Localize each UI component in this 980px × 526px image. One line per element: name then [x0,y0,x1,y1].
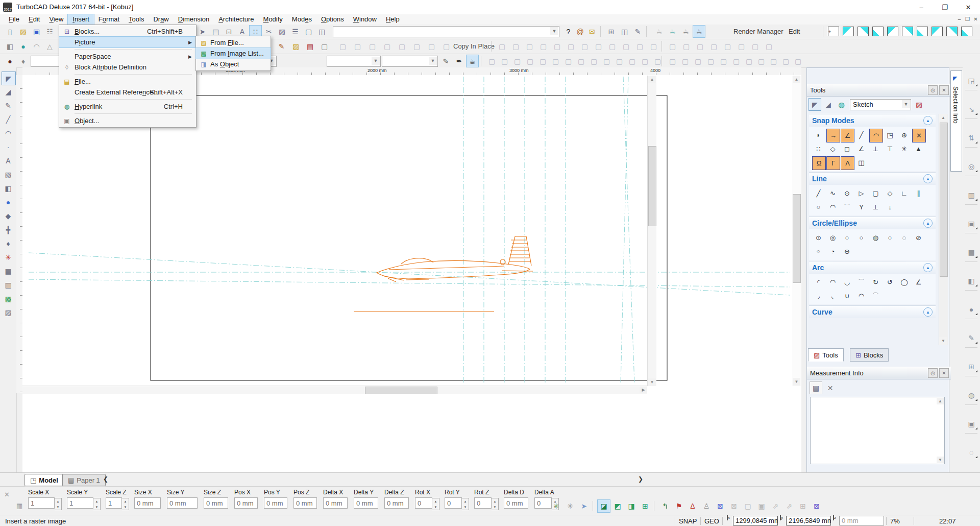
copy-in-place-label[interactable]: Copy In Place [453,42,495,50]
circle-tan-3-icon[interactable]: ◌ [898,231,911,244]
flag-tool-icon[interactable]: ⚑ [673,500,685,512]
close-icon[interactable]: ✕ [939,368,949,378]
draw-wave-icon[interactable]: ▢ [550,55,561,67]
dim-tri-icon[interactable]: ▢ [634,40,646,52]
dim-pen-icon[interactable]: ▢ [648,40,659,52]
box-3d-icon[interactable]: ◧ [4,40,16,52]
new-file-icon[interactable]: ▯ [4,26,16,37]
collapse-chevron-icon[interactable]: ▲ [923,174,933,183]
window-tile-icon[interactable]: ◫ [316,26,328,37]
section-header-snap-modes[interactable]: Snap Modes▲ [809,114,936,127]
no-snap-icon[interactable]: → [826,129,840,142]
field-input[interactable]: 1 [28,497,55,509]
polygon-icon[interactable]: ▷ [855,187,868,200]
sphere-tool-icon[interactable]: ● [2,196,15,208]
field-input[interactable]: 0 mm [354,497,378,509]
viewport-icon[interactable]: ▢ [337,40,349,52]
arc-triple-icon[interactable]: ∪ [841,290,853,302]
field-input[interactable]: 0 mm [134,497,161,509]
nearest-snap-icon[interactable]: ◇ [826,142,839,155]
mdi-restore-button[interactable]: ❐ [964,15,971,23]
parallel-line-icon[interactable]: ∥ [912,187,925,200]
x-box-icon[interactable]: ⊠ [728,500,740,512]
snap-toggle[interactable]: SNAP [679,517,697,525]
menu-insert[interactable]: Insert [68,14,94,25]
dim-points-icon[interactable]: ▢ [524,40,535,52]
vertex-snap-icon[interactable]: ∠ [841,129,854,142]
scroll-down-icon[interactable]: ▼ [937,457,944,463]
rotated-ellipse-icon[interactable]: ◔ [826,245,839,258]
open-file-icon[interactable]: ▨ [17,26,29,37]
menu-item-hyperlink[interactable]: ◍HyperlinkCtrl+H [59,101,196,112]
scroll-down-icon[interactable]: ▼ [793,378,800,386]
spin-down-icon[interactable]: ▼ [95,506,99,509]
mouse-snap-icon[interactable]: ◗ [812,129,825,141]
hemisphere-3d-icon[interactable]: ◠ [31,40,42,52]
menu-item-object-[interactable]: ▣Object... [59,115,196,126]
arc-double-2-icon[interactable]: ◟ [826,290,839,302]
line-tool-icon[interactable]: ╱ [2,113,15,126]
curve-7-icon[interactable]: ▢ [743,55,755,67]
ellipse-icon[interactable]: ○ [812,245,825,258]
quadrant-snap-icon[interactable]: ◳ [884,129,896,141]
menu-format[interactable]: Format [94,14,124,25]
stamp-tool-icon[interactable]: ♦ [17,55,29,67]
hatch-tool-icon[interactable]: ▨ [2,306,15,319]
spin-up-icon[interactable]: ▲ [95,500,99,503]
field-input[interactable]: 0 [474,497,492,509]
hand-toggle-icon[interactable]: ✳ [564,500,576,512]
minimize-button[interactable]: – [910,0,933,14]
section-header-circle-ellipse[interactable]: Circle/Ellipse▲ [809,217,936,229]
scrollbar-thumb[interactable] [648,146,656,226]
clear-icon[interactable]: ✕ [824,382,836,394]
submenu-item-as-object[interactable]: ◨As Object [196,59,271,69]
chevron-down-icon[interactable]: ▼ [372,57,380,65]
draw-nabla-icon[interactable]: ▢ [614,55,625,67]
arc-rotated-icon[interactable]: ◠ [855,290,868,302]
facet-f-icon[interactable]: ⊞ [639,500,651,512]
x-coordinate-field[interactable]: 1299,0845 mm [733,516,778,525]
perpendicular-line-icon[interactable]: ∟ [898,187,911,200]
add-camera-icon[interactable]: + [828,27,839,36]
circle-concentric-icon[interactable]: ◎ [826,231,839,244]
y-coordinate-field[interactable]: 2196,5849 mm [786,516,831,525]
view-iso-3-icon[interactable] [872,27,884,36]
view-iso-8-icon[interactable] [946,27,958,36]
squares-arrow-icon[interactable]: ⊞ [965,361,978,373]
viewport-2-icon[interactable]: ▢ [381,40,393,52]
view-iso-1-icon[interactable] [843,27,854,36]
menu-item-block-attribute-definition[interactable]: ◊Block Attribute Definition [59,62,196,73]
curve-6-icon[interactable]: ▢ [730,55,742,67]
submenu-item-from-image-list-[interactable]: ▩From Image List... [196,48,271,59]
corner-handle-icon[interactable]: ◲ [965,75,978,87]
arc-double-point-icon[interactable]: ◡ [841,276,853,289]
ellipse-fixed-ratio-icon[interactable]: ⊖ [841,245,853,258]
pen-plus-icon[interactable]: ✎ [276,40,287,52]
dim-circle-icon[interactable]: ▢ [537,40,549,52]
curve-4-icon[interactable]: ▢ [705,55,717,67]
field-input[interactable]: 0 mm [167,497,198,509]
return-arrow-icon[interactable]: ↰ [659,500,671,512]
collapse-chevron-icon[interactable]: ▲ [923,263,933,272]
search-combobox[interactable]: ▼ [333,26,559,37]
rotated-rectangle-icon[interactable]: ◇ [884,187,896,200]
node-tool-icon[interactable]: ▢ [736,40,747,52]
perpendicular-from-icon[interactable]: ⊥ [869,201,882,213]
menu-window[interactable]: Window [349,14,381,25]
scrollbar-thumb[interactable] [940,123,948,277]
arc-tool-icon[interactable]: ◠ [2,127,15,139]
sphere-3d-icon[interactable]: ● [17,40,29,52]
scroll-down-icon[interactable]: ▼ [648,378,656,386]
arc-123-icon[interactable]: ↻ [869,276,882,289]
curve-1-icon[interactable]: ▢ [667,55,678,67]
draw-pen-icon[interactable]: ▢ [626,55,638,67]
field-input[interactable]: 0 [445,497,462,509]
view-arrow-icon[interactable]: ▢ [440,40,452,52]
arc-tan-from-icon[interactable]: ∠ [912,276,925,289]
section-header-curve[interactable]: Curve▲ [809,305,936,318]
workplane-snap-icon[interactable]: ◫ [855,156,868,169]
horizontal-scrollbar[interactable]: ▶ [22,386,647,394]
grid-d-icon[interactable]: ▢ [792,55,804,67]
pencil-points-icon[interactable]: ✎ [965,332,978,344]
view-iso-2-icon[interactable] [857,27,869,36]
